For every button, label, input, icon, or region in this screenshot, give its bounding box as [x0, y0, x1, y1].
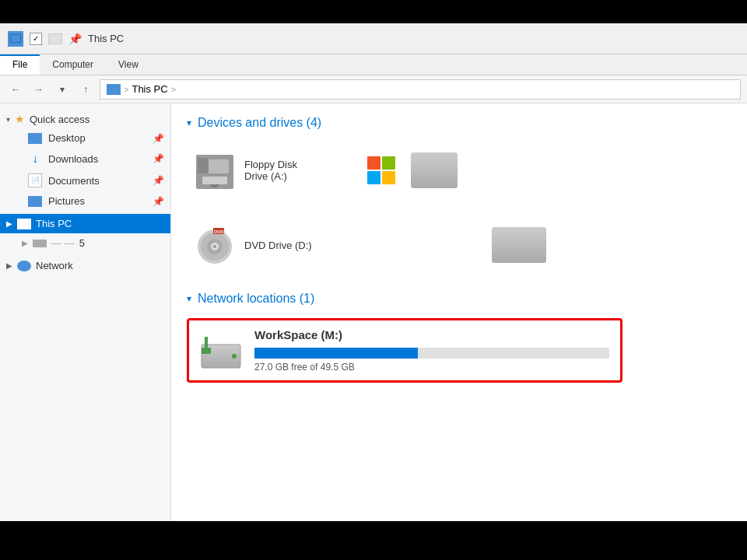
windows-logo	[367, 156, 395, 184]
quick-access-label: Quick access	[30, 114, 89, 125]
sidebar-item-downloads[interactable]: ↓ Downloads 📌	[0, 148, 170, 170]
devices-section-title: Devices and drives (4)	[198, 116, 321, 130]
workspace-drive-icon	[200, 329, 244, 373]
documents-label: Documents	[48, 175, 100, 187]
dropdown-button[interactable]: ▾	[53, 80, 72, 99]
pc-breadcrumb-icon	[107, 84, 121, 95]
win-square-red	[367, 156, 381, 170]
tab-view[interactable]: View	[106, 54, 151, 75]
svg-rect-5	[202, 177, 227, 184]
star-icon: ★	[15, 113, 25, 125]
breadcrumb[interactable]: > This PC >	[100, 79, 741, 100]
this-pc-item[interactable]: ▶ This PC	[0, 214, 170, 233]
workspace-progress-bar	[254, 348, 609, 359]
desktop-pin-icon: 📌	[153, 133, 164, 144]
this-pc-label: This PC	[36, 218, 72, 229]
breadcrumb-separator-end: >	[171, 85, 176, 94]
quick-access-chevron: ▾	[6, 115, 10, 124]
floppy-drive-card[interactable]: Floppy Disk Drive (A:)	[187, 142, 327, 198]
breadcrumb-path: This PC	[132, 83, 167, 95]
svg-rect-16	[202, 348, 211, 354]
dvd-drive-name: DVD Drive (D:)	[244, 240, 321, 251]
sidebar-item-desktop[interactable]: Desktop 📌	[0, 128, 170, 148]
tab-computer[interactable]: Computer	[40, 54, 106, 75]
title-bar-title: This PC	[88, 33, 124, 44]
back-button[interactable]: ←	[6, 80, 25, 99]
up-button[interactable]: ↑	[76, 80, 95, 99]
sidebar-drive-item[interactable]: ▶ — — 5	[0, 233, 170, 253]
quick-access-header[interactable]: ▾ ★ Quick access	[0, 110, 170, 128]
downloads-label: Downloads	[48, 153, 98, 165]
drive-icon	[33, 240, 47, 247]
win-square-yellow	[382, 171, 395, 184]
workspace-card[interactable]: WorkSpace (M:) 27.0 GB free of 49.5 GB	[187, 318, 622, 383]
network-section-header: ▾ Network locations (1)	[187, 292, 731, 306]
desktop-label: Desktop	[48, 132, 86, 144]
drives-grid-2: DVD DVD Drive (D:)	[187, 217, 731, 273]
title-bar-pin-icon: 📌	[68, 33, 82, 45]
network-item[interactable]: ▶ Network	[0, 256, 170, 275]
svg-rect-15	[205, 337, 208, 348]
quick-access-section: ▾ ★ Quick access Desktop 📌 ↓ Downloads 📌	[0, 110, 170, 211]
pictures-label: Pictures	[48, 195, 85, 207]
workspace-title: WorkSpace (M:)	[254, 328, 609, 341]
title-bar: ✓ 📌 This PC	[0, 23, 747, 54]
drive-dashes: — —	[51, 237, 75, 249]
sidebar: ▾ ★ Quick access Desktop 📌 ↓ Downloads 📌	[0, 103, 171, 521]
devices-section-header: ▾ Devices and drives (4)	[187, 116, 731, 130]
dvd-drive-icon: DVD	[193, 223, 237, 267]
drive-chevron: ▶	[22, 239, 28, 247]
win-square-blue	[367, 171, 381, 184]
network-icon	[17, 261, 31, 271]
network-section-title: Network locations (1)	[198, 292, 314, 306]
ribbon: File Computer View	[0, 54, 747, 75]
windows-logo-area	[367, 142, 458, 198]
downloads-pin-icon: 📌	[153, 153, 164, 164]
network-locations-section: ▾ Network locations (1)	[187, 292, 731, 383]
main-area: ▾ ★ Quick access Desktop 📌 ↓ Downloads 📌	[0, 103, 747, 521]
network-label: Network	[36, 260, 73, 271]
forward-button[interactable]: →	[30, 80, 48, 99]
floppy-svg	[195, 149, 235, 192]
network-section: ▶ Network	[0, 256, 170, 275]
window-icon	[8, 31, 23, 47]
devices-chevron[interactable]: ▾	[187, 117, 191, 128]
workspace-progress-fill	[254, 348, 418, 359]
workspace-info: WorkSpace (M:) 27.0 GB free of 49.5 GB	[254, 328, 609, 373]
sidebar-item-pictures[interactable]: Pictures 📌	[0, 191, 170, 211]
documents-pin-icon: 📌	[153, 175, 164, 186]
svg-rect-2	[198, 158, 209, 173]
win-square-green	[382, 156, 395, 170]
drives-grid: Floppy Disk Drive (A:)	[187, 142, 731, 198]
floppy-drive-icon	[193, 149, 237, 192]
dvd-drive-card[interactable]: DVD DVD Drive (D:)	[187, 217, 327, 273]
title-bar-folder-icon	[48, 33, 62, 44]
pictures-pin-icon: 📌	[153, 196, 164, 207]
right-drive-icon-2	[492, 227, 546, 263]
svg-point-17	[232, 354, 237, 359]
breadcrumb-separator: >	[124, 85, 128, 94]
floppy-drive-name: Floppy Disk Drive (A:)	[244, 159, 321, 182]
sidebar-item-documents[interactable]: 📄 Documents 📌	[0, 170, 170, 191]
network-drive-svg	[200, 329, 244, 373]
drive-label: 5	[79, 237, 85, 249]
pictures-icon	[28, 196, 42, 207]
this-pc-chevron: ▶	[6, 219, 12, 228]
this-pc-section: ▶ This PC ▶ — — 5	[0, 214, 170, 253]
downloads-icon: ↓	[28, 152, 42, 166]
this-pc-icon	[17, 219, 31, 229]
title-bar-checkbox[interactable]: ✓	[30, 33, 42, 45]
desktop-icon	[28, 133, 42, 144]
right-drive-area-2	[492, 217, 546, 273]
tab-file[interactable]: File	[0, 54, 40, 75]
documents-icon: 📄	[28, 173, 42, 187]
svg-text:DVD: DVD	[214, 229, 224, 234]
right-drive-icon-1	[411, 152, 458, 188]
network-chevron: ▶	[6, 261, 12, 270]
content-area: ▾ Devices and drives (4)	[171, 103, 747, 521]
address-bar: ← → ▾ ↑ > This PC >	[0, 75, 747, 103]
dvd-svg: DVD	[195, 223, 235, 267]
workspace-storage-text: 27.0 GB free of 49.5 GB	[254, 362, 609, 373]
network-section-chevron[interactable]: ▾	[187, 293, 191, 304]
svg-point-10	[213, 245, 216, 248]
